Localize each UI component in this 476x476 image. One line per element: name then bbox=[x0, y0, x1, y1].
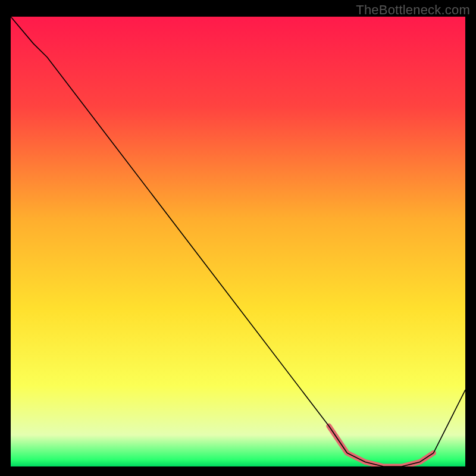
watermark-text: TheBottleneck.com bbox=[356, 2, 470, 18]
chart-plot bbox=[11, 17, 465, 466]
chart-stage: TheBottleneck.com bbox=[0, 0, 476, 476]
chart-svg bbox=[11, 17, 465, 466]
gradient-background bbox=[11, 17, 465, 466]
